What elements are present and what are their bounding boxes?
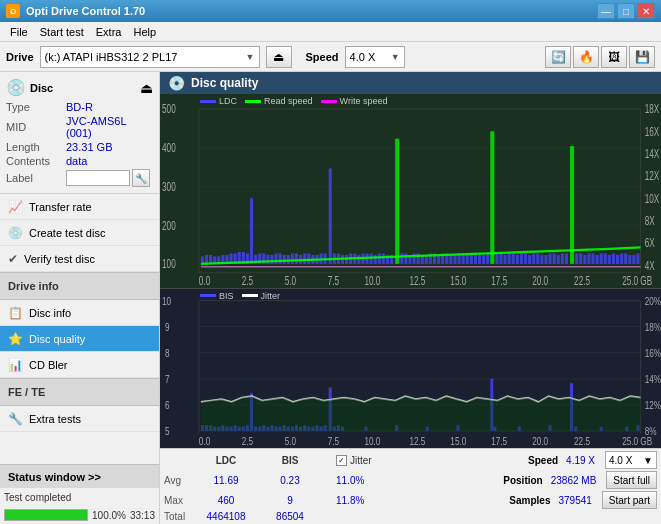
svg-rect-75 — [374, 255, 377, 264]
title-bar-left: O Opti Drive Control 1.70 — [6, 4, 145, 18]
burn-button[interactable]: 🔥 — [573, 46, 599, 68]
nav-disc-info[interactable]: 📋 Disc info — [0, 300, 159, 326]
nav-transfer-rate[interactable]: 📈 Transfer rate — [0, 194, 159, 220]
svg-rect-52 — [279, 253, 282, 263]
svg-text:22.5: 22.5 — [574, 435, 590, 448]
legend-ldc-label: LDC — [219, 96, 237, 106]
svg-text:15.0: 15.0 — [450, 274, 466, 287]
close-button[interactable]: ✕ — [637, 3, 655, 19]
svg-text:0.0: 0.0 — [199, 274, 211, 287]
ldc-total: 4464108 — [196, 511, 256, 522]
svg-rect-108 — [512, 253, 515, 263]
main-layout: 💿 Disc ⏏ Type BD-R MID JVC-AMS6L (001) L… — [0, 72, 661, 524]
label-edit-button[interactable]: 🔧 — [132, 169, 150, 187]
speed-select[interactable]: 4.0 X ▼ — [345, 46, 405, 68]
svg-text:16%: 16% — [645, 346, 661, 359]
mid-label: MID — [6, 121, 66, 133]
svg-rect-100 — [478, 255, 481, 264]
bis-avg-col: 0.23 — [260, 475, 320, 486]
progress-bar-row: 100.0% 33:13 — [0, 506, 159, 524]
minimize-button[interactable]: — — [597, 3, 615, 19]
app-title: Opti Drive Control 1.70 — [26, 5, 145, 17]
nav-fe-te[interactable]: FE / TE — [0, 378, 159, 406]
menu-start-test[interactable]: Start test — [34, 24, 90, 40]
nav-cd-bler[interactable]: 📊 CD Bler — [0, 352, 159, 378]
svg-rect-131 — [608, 255, 611, 264]
nav-disc-quality[interactable]: ⭐ Disc quality — [0, 326, 159, 352]
svg-text:10.0: 10.0 — [364, 435, 380, 448]
jitter-check[interactable]: ✓ Jitter — [336, 455, 372, 466]
progress-time: 33:13 — [130, 510, 155, 521]
svg-text:8X: 8X — [645, 215, 655, 228]
jitter-label: Jitter — [350, 455, 372, 466]
samples-label: Samples — [509, 495, 550, 506]
legend-ldc-color — [200, 100, 216, 103]
svg-text:10.0: 10.0 — [364, 274, 380, 287]
svg-rect-133 — [616, 255, 619, 264]
nav-verify-test-disc[interactable]: ✔ Verify test disc — [0, 246, 159, 272]
ldc-col-header: LDC — [196, 455, 256, 466]
type-label: Type — [6, 101, 66, 113]
eject-button[interactable]: ⏏ — [266, 46, 292, 68]
status-window-label: Status window >> — [8, 471, 101, 483]
legend-write-speed-color — [321, 100, 337, 103]
start-part-button[interactable]: Start part — [602, 491, 657, 509]
bis-avg: 0.23 — [260, 475, 320, 486]
jitter-checkbox[interactable]: ✓ — [336, 455, 347, 466]
svg-text:7.5: 7.5 — [328, 435, 340, 448]
legend-jitter: Jitter — [242, 291, 281, 301]
svg-rect-81 — [400, 253, 403, 263]
save-button[interactable]: 💾 — [629, 46, 655, 68]
maximize-button[interactable]: □ — [617, 3, 635, 19]
status-bar: Status window >> Test completed 100.0% 3… — [0, 464, 159, 524]
svg-rect-123 — [575, 253, 578, 263]
cd-bler-icon: 📊 — [8, 358, 23, 372]
progress-bar-outer — [4, 509, 88, 521]
start-full-button[interactable]: Start full — [606, 471, 657, 489]
transfer-rate-icon: 📈 — [8, 200, 23, 214]
nav-section-drive-info[interactable]: Drive info — [0, 272, 159, 300]
stats-header-row: LDC BIS ✓ Jitter Speed 4.19 X 4.0 X ▼ — [164, 451, 657, 469]
svg-text:6: 6 — [165, 399, 170, 412]
nav-extra-tests[interactable]: 🔧 Extra tests — [0, 406, 159, 432]
drive-select[interactable]: (k:) ATAPI iHBS312 2 PL17 ▼ — [40, 46, 260, 68]
svg-text:20.0: 20.0 — [532, 435, 548, 448]
speed-select-bottom[interactable]: 4.0 X ▼ — [605, 451, 657, 469]
disc-info-icon: 📋 — [8, 306, 23, 320]
menu-help[interactable]: Help — [127, 24, 162, 40]
svg-rect-138 — [636, 253, 639, 263]
max-label: Max — [164, 495, 192, 506]
svg-text:100: 100 — [162, 258, 176, 271]
settings-button[interactable]: 🖼 — [601, 46, 627, 68]
ldc-header: LDC — [196, 455, 256, 466]
svg-rect-94 — [453, 255, 456, 264]
drive-value: (k:) ATAPI iHBS312 2 PL17 — [45, 51, 178, 63]
svg-text:12.5: 12.5 — [409, 274, 425, 287]
disc-eject-icon: ⏏ — [140, 80, 153, 96]
menu-extra[interactable]: Extra — [90, 24, 128, 40]
svg-text:12%: 12% — [645, 399, 661, 412]
menu-file[interactable]: File — [4, 24, 34, 40]
svg-text:17.5: 17.5 — [491, 274, 507, 287]
content-area: 💿 Disc quality LDC Read speed — [160, 72, 661, 524]
svg-rect-112 — [528, 255, 531, 264]
upper-legend: LDC Read speed Write speed — [200, 96, 387, 106]
svg-text:400: 400 — [162, 142, 176, 155]
disc-mid-row: MID JVC-AMS6L (001) — [6, 115, 153, 139]
label-input[interactable] — [66, 170, 130, 186]
svg-text:25.0 GB: 25.0 GB — [622, 435, 652, 448]
refresh-button[interactable]: 🔄 — [545, 46, 571, 68]
jitter-max-col: 11.8% — [336, 495, 396, 506]
svg-rect-45 — [250, 198, 253, 264]
legend-read-speed-label: Read speed — [264, 96, 313, 106]
svg-rect-122 — [570, 146, 574, 264]
disc-label-row: Label 🔧 — [6, 169, 153, 187]
nav-extra-tests-label: Extra tests — [29, 413, 81, 425]
svg-rect-93 — [449, 255, 452, 264]
speed-dropdown-arrow: ▼ — [643, 455, 653, 466]
nav-create-test-disc[interactable]: 💿 Create test disc — [0, 220, 159, 246]
legend-jitter-color — [242, 294, 258, 297]
nav-disc-quality-label: Disc quality — [29, 333, 85, 345]
disc-title: Disc — [30, 82, 53, 94]
status-window-button[interactable]: Status window >> — [0, 464, 159, 488]
